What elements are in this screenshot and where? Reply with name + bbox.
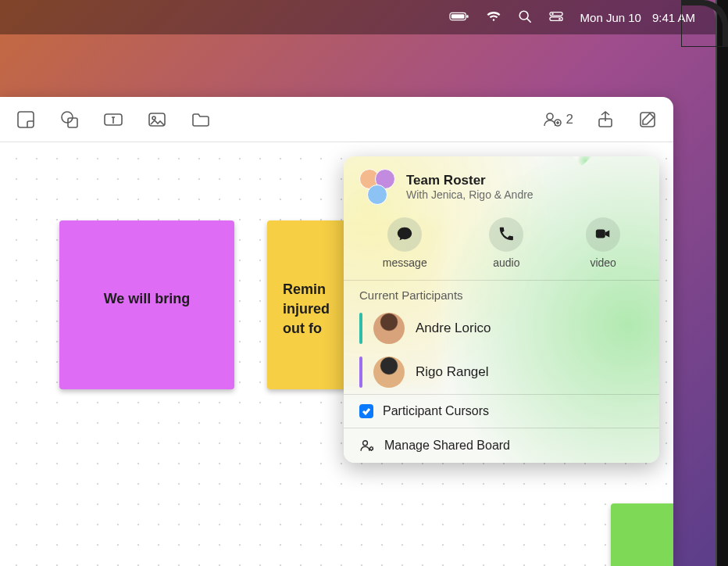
video-icon — [594, 225, 612, 245]
control-center-icon[interactable] — [549, 9, 563, 26]
row-label: Manage Shared Board — [384, 439, 510, 453]
shapes-toolbar-button[interactable] — [59, 109, 80, 130]
current-participants-label: Current Participants — [344, 281, 659, 306]
phone-icon — [498, 225, 515, 245]
participant-count: 2 — [566, 112, 573, 127]
people-gear-icon — [359, 438, 375, 453]
battery-icon — [449, 9, 469, 26]
macos-menubar: Mon Jun 10 9:41 AM — [0, 0, 716, 34]
participant-row[interactable]: Andre Lorico — [344, 306, 659, 350]
svg-rect-2 — [466, 15, 468, 18]
popover-subtitle: With Jenica, Rigo & Andre — [406, 188, 534, 201]
row-label: Participant Cursors — [383, 404, 489, 418]
share-toolbar-button[interactable] — [595, 109, 616, 130]
text-box-toolbar-button[interactable] — [103, 109, 123, 130]
svg-point-14 — [152, 116, 155, 120]
sticky-text: We will bring — [104, 291, 191, 306]
spotlight-icon[interactable] — [518, 9, 532, 26]
svg-line-4 — [527, 19, 530, 22]
participant-name: Andre Lorico — [416, 321, 491, 336]
sticky-note-green[interactable] — [611, 503, 673, 566]
action-label: audio — [493, 256, 519, 269]
compose-toolbar-button[interactable] — [637, 109, 658, 130]
svg-point-6 — [551, 13, 554, 15]
files-toolbar-button[interactable] — [191, 109, 211, 130]
avatar — [373, 356, 405, 388]
checkbox-checked-icon — [359, 404, 373, 418]
collaboration-popover: Team Roster With Jenica, Rigo & Andre me… — [344, 156, 659, 463]
svg-point-10 — [62, 112, 73, 123]
svg-rect-1 — [451, 14, 464, 19]
popover-title: Team Roster — [406, 173, 534, 188]
action-label: message — [383, 256, 427, 269]
action-label: video — [590, 256, 616, 269]
cursor-color-bar — [359, 356, 362, 388]
participant-row[interactable]: Rigo Rangel — [344, 350, 659, 394]
svg-point-8 — [558, 17, 561, 20]
audio-button[interactable]: audio — [489, 217, 523, 269]
cursor-color-bar — [359, 313, 362, 344]
message-icon — [396, 225, 413, 245]
collaboration-toolbar-button[interactable]: 2 — [542, 109, 573, 130]
menubar-date: Mon Jun 10 — [580, 11, 641, 24]
device-bezel — [716, 0, 728, 566]
popover-header: Team Roster With Jenica, Rigo & Andre — [344, 156, 659, 214]
media-toolbar-button[interactable] — [147, 109, 167, 130]
participant-cursors-toggle[interactable]: Participant Cursors — [344, 394, 659, 428]
svg-rect-9 — [18, 112, 34, 127]
message-button[interactable]: message — [383, 217, 427, 269]
svg-point-3 — [519, 11, 528, 20]
menubar-time: 9:41 AM — [652, 11, 695, 24]
clock[interactable]: Mon Jun 10 9:41 AM — [580, 11, 695, 24]
manage-shared-board-button[interactable]: Manage Shared Board — [344, 428, 659, 463]
avatar-icon — [367, 184, 387, 205]
window-toolbar: 2 — [0, 97, 673, 142]
svg-point-15 — [547, 113, 553, 120]
svg-rect-19 — [596, 229, 605, 238]
wifi-icon — [487, 9, 501, 26]
participant-name: Rigo Rangel — [416, 364, 489, 380]
svg-point-20 — [363, 441, 368, 446]
sticky-note-purple[interactable]: We will bring — [59, 220, 234, 389]
avatar — [373, 313, 405, 344]
sticky-note-toolbar-button[interactable] — [16, 109, 36, 130]
group-avatar-stack — [359, 169, 395, 205]
popover-actions: message audio video — [344, 214, 659, 281]
video-button[interactable]: video — [586, 217, 620, 269]
